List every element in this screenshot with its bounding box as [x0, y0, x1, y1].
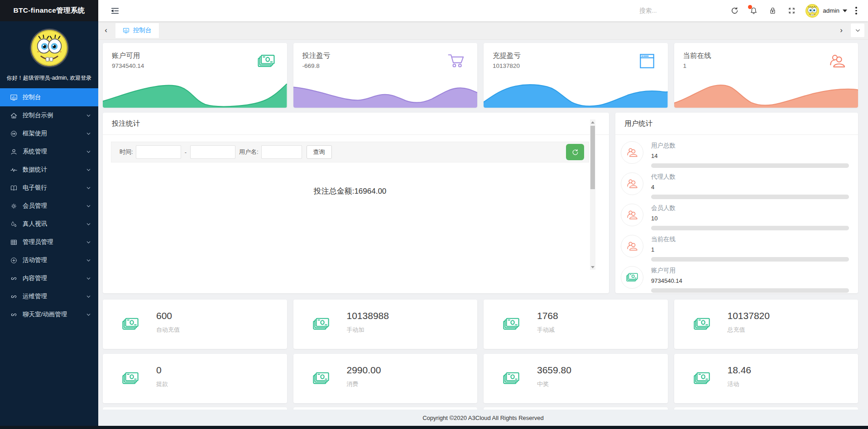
monitor-icon [123, 27, 129, 34]
sidebar-item-console[interactable]: 控制台 [0, 88, 98, 106]
username-label: 用户名: [239, 148, 259, 156]
user-menu[interactable]: admin [823, 7, 847, 14]
people-icon [625, 239, 639, 253]
people-icon [827, 51, 847, 71]
chevron-down-icon [86, 222, 91, 227]
drops-icon [10, 220, 18, 228]
sparkline-chart [103, 80, 287, 108]
summary-card-manual-add: 10138988 手动加 [293, 300, 478, 349]
progress-bar [651, 288, 849, 293]
query-button[interactable]: 查询 [307, 145, 332, 159]
search-input[interactable] [639, 7, 719, 14]
topbar: admin [98, 0, 868, 21]
bet-stats-panel: 投注统计 时间: - 用户名: 查询 [103, 113, 609, 293]
card-value: 9734540.14 [112, 62, 144, 69]
sidebar-item-framework[interactable]: 框架使用 [0, 124, 98, 143]
money-icon [256, 51, 276, 71]
caret-down-icon [843, 10, 847, 12]
bet-filter-form: 时间: - 用户名: 查询 [111, 142, 589, 162]
sidebar-item-system[interactable]: 系统管理 [0, 143, 98, 161]
people-icon [625, 208, 639, 222]
sidebar-item-activities[interactable]: 活动管理 [0, 251, 98, 269]
user-stat-row: 会员人数 10 [621, 203, 849, 234]
welcome-text: 你好！超级管理员-admin, 欢迎登录 [3, 74, 96, 82]
avatar[interactable] [806, 4, 819, 18]
money-icon [311, 315, 331, 334]
ok-circle-icon [10, 130, 18, 138]
tabs-scroll-right-button[interactable]: › [834, 26, 849, 35]
chevron-down-icon [86, 204, 91, 209]
sidebar-item-data-stats[interactable]: 数据统计 [0, 161, 98, 179]
progress-bar [651, 195, 849, 199]
progress-bar [651, 226, 849, 230]
copyright-text: Copyright ©2020 A3Cloud All Rights Reser… [422, 415, 544, 421]
money-icon [501, 369, 522, 388]
sidebar-item-members[interactable]: 会员管理 [0, 197, 98, 215]
tab-console[interactable]: 控制台 [115, 23, 159, 38]
scroll-up-button[interactable] [590, 119, 595, 125]
chevron-down-icon [86, 240, 91, 245]
progress-bar [651, 257, 849, 262]
user-stats-panel: 用户统计 用户总数 14 [615, 113, 858, 293]
sidebar-item-chatroom[interactable]: 聊天室/动画管理 [0, 305, 98, 324]
sidebar: BTC-finance管理系统 你好！超级管理员-admin, 欢迎登录 控制台… [0, 0, 98, 429]
chevron-down-icon [86, 186, 91, 191]
sidebar-item-ebank[interactable]: 电子银行 [0, 179, 98, 197]
tab-bar: ‹ 控制台 › [98, 21, 868, 40]
more-menu-button[interactable] [847, 0, 865, 21]
fullscreen-button[interactable] [782, 0, 801, 21]
tabs-scroll-left-button[interactable]: ‹ [98, 26, 114, 35]
lock-screen-button[interactable] [763, 0, 782, 21]
link-icon [10, 293, 18, 300]
lock-icon [768, 6, 777, 15]
chevron-down-icon [86, 113, 91, 118]
plus-circle-icon [10, 257, 18, 264]
scroll-down-button[interactable] [590, 264, 595, 270]
chevron-down-icon [86, 294, 91, 299]
time-to-input[interactable] [190, 145, 235, 159]
user-stat-row: 当前在线 1 [621, 234, 849, 265]
chevron-down-icon [86, 276, 91, 281]
chevron-down-icon [86, 131, 91, 136]
collapse-sidebar-icon[interactable] [110, 6, 120, 16]
user-icon [10, 148, 18, 156]
sidebar-item-ops[interactable]: 运维管理 [0, 287, 98, 305]
sidebar-item-content[interactable]: 内容管理 [0, 269, 98, 287]
sidebar-item-admins[interactable]: 管理员管理 [0, 233, 98, 251]
stat-card-bet-pnl: 投注盈亏 -669.8 [293, 43, 478, 108]
time-from-input[interactable] [136, 145, 181, 159]
window-icon [637, 51, 657, 71]
refresh-table-button[interactable] [566, 144, 584, 160]
sidebar-item-console-demo[interactable]: 控制台示例 [0, 106, 98, 124]
summary-card-auto-deposit: 600 自动充值 [103, 300, 287, 349]
table-icon [10, 238, 18, 246]
avatar[interactable] [30, 29, 69, 67]
summary-card-activity: 18.46 活动 [674, 354, 858, 403]
card-title: 账户可用 [112, 51, 140, 61]
card-value: 1 [683, 62, 687, 69]
money-icon [311, 369, 331, 388]
user-stat-row: 用户总数 14 [621, 140, 849, 172]
refresh-icon [571, 148, 579, 156]
sidebar-item-live-video[interactable]: 真人视讯 [0, 215, 98, 233]
chevron-down-icon [855, 28, 861, 33]
people-icon [625, 177, 639, 191]
user-stat-row: 代理人数 4 [621, 172, 849, 203]
scrollbar-thumb[interactable] [590, 126, 595, 189]
card-title: 当前在线 [683, 51, 711, 61]
gear-icon [10, 202, 18, 210]
app-window: BTC-finance管理系统 你好！超级管理员-admin, 欢迎登录 控制台… [0, 0, 868, 429]
notifications-button[interactable] [744, 0, 763, 21]
stat-card-online: 当前在线 1 [674, 43, 858, 108]
refresh-button[interactable] [725, 0, 744, 21]
username-input[interactable] [261, 145, 302, 159]
chevron-down-icon [86, 149, 91, 154]
money-icon [691, 369, 712, 388]
card-title: 充提盈亏 [493, 51, 521, 61]
fullscreen-icon [787, 6, 796, 15]
tabs-dropdown-button[interactable] [851, 24, 864, 37]
book-icon [10, 184, 18, 192]
chevron-down-icon [86, 167, 91, 172]
dashboard-content: 账户可用 9734540.14 投注盈亏 -669.8 [98, 40, 868, 429]
card-value: -669.8 [302, 62, 320, 69]
